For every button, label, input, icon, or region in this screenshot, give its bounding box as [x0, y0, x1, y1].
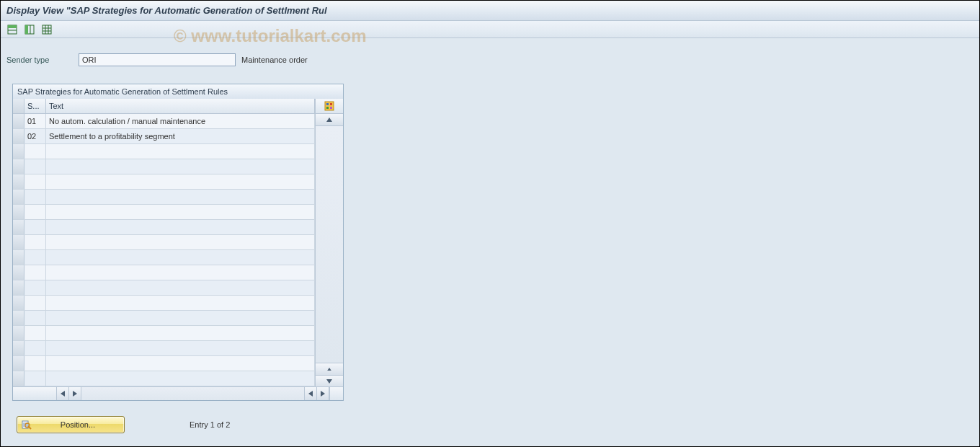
hscroll-spacer [13, 387, 57, 400]
scroll-right-small-button[interactable] [69, 387, 81, 400]
window-title: Display View "SAP Strategies for Automat… [6, 5, 327, 16]
header-select-all[interactable] [13, 99, 24, 113]
table-row-icon[interactable] [5, 22, 19, 37]
row-selector[interactable] [13, 280, 24, 295]
table-row [13, 311, 315, 326]
cell-s [24, 326, 46, 340]
cell-s [24, 144, 46, 159]
table-row [13, 356, 315, 371]
row-selector[interactable] [13, 205, 24, 219]
grid-area: S... Text 01No autom. calculation / manu… [13, 99, 343, 387]
table-row [13, 265, 315, 280]
cell-s [24, 205, 46, 219]
row-selector[interactable] [13, 326, 24, 340]
cell-text [46, 174, 315, 189]
footer: Position... Entry 1 of 2 [17, 416, 230, 433]
grid-body: 01No autom. calculation / manual mainten… [13, 114, 315, 386]
svg-rect-1 [8, 25, 17, 28]
cell-s [24, 296, 46, 310]
cell-text [46, 235, 315, 249]
row-selector[interactable] [13, 250, 24, 265]
table-row [13, 326, 315, 341]
cell-s: 02 [24, 129, 46, 143]
cell-s [24, 265, 46, 280]
cell-s: 01 [24, 114, 46, 128]
entry-count-label: Entry 1 of 2 [190, 420, 230, 429]
table-row [13, 220, 315, 235]
cell-s [24, 174, 46, 189]
row-selector[interactable] [13, 341, 24, 355]
row-selector[interactable] [13, 174, 24, 189]
row-selector[interactable] [13, 235, 24, 249]
table-row [13, 205, 315, 220]
table-row [13, 250, 315, 265]
row-selector[interactable] [13, 311, 24, 325]
table-row[interactable]: 01No autom. calculation / manual mainten… [13, 114, 315, 129]
title-bar: Display View "SAP Strategies for Automat… [1, 1, 979, 21]
cell-text [46, 265, 315, 280]
scroll-horizontal-track[interactable] [81, 387, 304, 400]
row-selector[interactable] [13, 144, 24, 159]
cell-text [46, 341, 315, 355]
sender-type-input[interactable] [79, 53, 236, 66]
cell-s [24, 280, 46, 295]
scroll-left2-button[interactable] [305, 387, 317, 400]
svg-rect-6 [43, 25, 51, 34]
grid-hscroll [13, 386, 343, 400]
scroll-vertical-track[interactable] [316, 126, 343, 363]
table-row [13, 280, 315, 296]
table-configure-icon[interactable] [316, 99, 343, 114]
cell-text [46, 356, 315, 371]
grid-right [315, 99, 343, 387]
cell-s [24, 311, 46, 325]
row-selector[interactable] [13, 356, 24, 371]
svg-rect-14 [326, 107, 329, 109]
table-row [13, 235, 315, 250]
svg-rect-15 [330, 107, 332, 109]
row-selector[interactable] [13, 190, 24, 204]
row-selector[interactable] [13, 159, 24, 174]
app-window: Display View "SAP Strategies for Automat… [0, 0, 980, 447]
cell-text [46, 326, 315, 340]
cell-text [46, 280, 315, 295]
cell-s [24, 159, 46, 174]
table-row [13, 371, 315, 386]
table-row [13, 144, 315, 159]
svg-rect-13 [330, 103, 332, 105]
cell-text: No autom. calculation / manual maintenan… [46, 114, 315, 128]
row-selector[interactable] [13, 220, 24, 234]
header-col-s[interactable]: S... [24, 99, 46, 113]
sender-type-label: Sender type [6, 56, 79, 64]
row-selector[interactable] [13, 371, 24, 386]
cell-s [24, 235, 46, 249]
table-row[interactable]: 02Settlement to a profitability segment [13, 129, 315, 144]
cell-s [24, 356, 46, 371]
header-col-text[interactable]: Text [46, 99, 315, 113]
scroll-down-button[interactable] [316, 375, 343, 387]
cell-s [24, 371, 46, 386]
table-grid-icon[interactable] [40, 22, 54, 37]
cell-text [46, 250, 315, 265]
cell-s [24, 341, 46, 355]
cell-text [46, 159, 315, 174]
cell-text [46, 371, 315, 386]
svg-rect-12 [326, 103, 329, 105]
row-selector[interactable] [13, 129, 24, 143]
cell-s [24, 190, 46, 204]
table-row [13, 190, 315, 205]
scroll-up-button[interactable] [316, 114, 343, 126]
cell-text [46, 311, 315, 325]
row-selector[interactable] [13, 265, 24, 280]
cell-text [46, 296, 315, 310]
grid-left: S... Text 01No autom. calculation / manu… [13, 99, 315, 387]
scroll-left-button[interactable] [57, 387, 69, 400]
row-selector[interactable] [13, 296, 24, 310]
position-button[interactable]: Position... [17, 416, 125, 433]
table-col-icon[interactable] [22, 22, 37, 37]
row-selector[interactable] [13, 114, 24, 128]
table-row [13, 296, 315, 311]
scroll-down-small-button[interactable] [316, 363, 343, 375]
scroll-right-button[interactable] [317, 387, 329, 400]
cell-text [46, 190, 315, 204]
position-button-label: Position... [36, 420, 120, 429]
